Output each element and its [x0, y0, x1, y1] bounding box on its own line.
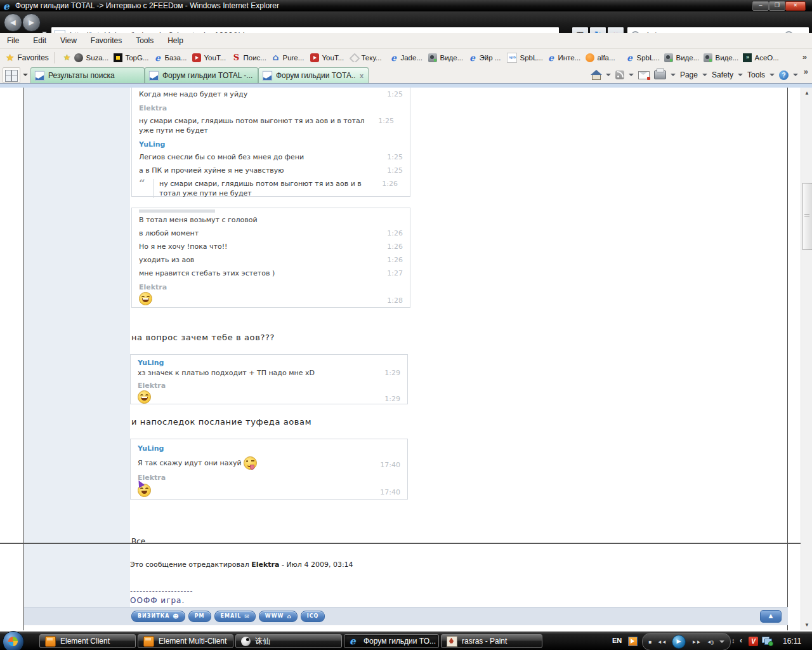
quick-tabs-button[interactable]: [3, 67, 20, 83]
message-text: уходить из аов: [139, 255, 380, 265]
help-dropdown-icon[interactable]: [793, 74, 798, 76]
tab-forum-total-active[interactable]: Форум гильдии ТОТА... x: [258, 67, 369, 83]
menu-help[interactable]: Help: [160, 36, 190, 45]
favorite-item[interactable]: eИнте...: [546, 53, 586, 62]
favorites-star-icon[interactable]: ★: [6, 52, 14, 63]
print-icon[interactable]: [654, 70, 666, 79]
menu-favorites[interactable]: Favorites: [84, 36, 129, 45]
taskbar-button-ie-forum[interactable]: e Форум гильдии ТО...: [344, 634, 439, 648]
favorite-item[interactable]: SПоис...: [232, 53, 271, 62]
forward-button[interactable]: ►: [22, 13, 41, 32]
card-button[interactable]: ВИЗИТКА☻: [131, 611, 185, 622]
favorite-item[interactable]: Виде...: [664, 53, 704, 62]
favorite-item[interactable]: »AceO...: [743, 53, 782, 62]
maximize-button[interactable]: ❐: [769, 1, 785, 11]
message-time: 1:26: [380, 242, 403, 251]
topg-icon: [114, 53, 122, 62]
vertical-scrollbar[interactable]: ▲ ▼: [801, 88, 812, 630]
menu-view[interactable]: View: [53, 36, 84, 45]
message-text: Легиов снесли бы со мной без мнея до фен…: [139, 152, 380, 162]
favorite-item[interactable]: alfa...: [586, 53, 625, 62]
scroll-down-icon[interactable]: ▼: [801, 620, 812, 630]
favorite-item[interactable]: eБаза...: [153, 53, 192, 62]
close-button[interactable]: ×: [785, 1, 806, 11]
favorite-item[interactable]: YouT...: [192, 53, 232, 62]
media-previous-button[interactable]: ◄◄: [657, 639, 666, 645]
safety-menu[interactable]: Safety: [712, 70, 733, 79]
volume-dropdown-icon[interactable]: [719, 640, 724, 643]
home-dropdown-icon[interactable]: [606, 74, 611, 76]
pm-button[interactable]: PM: [188, 611, 211, 622]
network-tray-icon[interactable]: [762, 637, 772, 645]
favorite-item[interactable]: Теку...: [350, 53, 389, 62]
taskbar-button-zhuxian[interactable]: 诛仙: [235, 634, 342, 648]
favorite-item[interactable]: TopG...: [114, 53, 153, 62]
message-time: 1:29: [377, 368, 400, 378]
help-icon[interactable]: ?: [779, 70, 789, 80]
home-icon[interactable]: [591, 70, 601, 79]
favorite-item[interactable]: spbSpbL...: [507, 53, 546, 63]
start-button[interactable]: [3, 631, 24, 650]
close-tab-icon[interactable]: x: [355, 72, 368, 79]
media-next-button[interactable]: ►►: [692, 639, 701, 645]
tab-list-dropdown-icon[interactable]: [23, 74, 28, 76]
icq-button[interactable]: ICQ: [301, 611, 325, 622]
menu-edit[interactable]: Edit: [26, 36, 53, 45]
party-smiley-icon: [138, 484, 151, 497]
ie-favicon: e: [468, 53, 476, 62]
message-time: 17:40: [377, 488, 400, 497]
favorite-item[interactable]: Виде...: [428, 53, 468, 62]
tray-collapse-icon[interactable]: ‹: [740, 636, 742, 645]
tab-favicon: [35, 70, 44, 80]
taskbar-button-element-client[interactable]: Element Client: [39, 634, 136, 648]
rss-feed-icon[interactable]: [615, 70, 624, 79]
minimize-button[interactable]: –: [752, 1, 769, 11]
command-overflow-chevron[interactable]: »: [804, 67, 808, 76]
back-button[interactable]: ◄: [4, 13, 22, 32]
antivirus-tray-icon[interactable]: V: [749, 637, 758, 646]
favorite-item[interactable]: Suza...: [74, 53, 114, 62]
ie-favicon: e: [625, 53, 634, 62]
favorites-label[interactable]: Favorites: [17, 53, 48, 62]
favorite-item[interactable]: Виде...: [704, 53, 743, 62]
media-stop-button[interactable]: ■: [648, 639, 651, 645]
favorite-item[interactable]: ⌂Pure...: [271, 53, 310, 62]
favorites-overflow-chevron[interactable]: »: [802, 52, 807, 62]
mail-icon[interactable]: [638, 71, 650, 79]
quoted-message: “ ну смари смари, глядишь потом выгонют …: [139, 179, 403, 198]
tools-dropdown-icon[interactable]: [769, 74, 775, 76]
language-indicator[interactable]: EN: [612, 637, 622, 644]
www-button[interactable]: WWW⌂: [259, 611, 298, 622]
media-player-tray-icon[interactable]: [628, 637, 638, 646]
menu-tools[interactable]: Tools: [129, 36, 160, 45]
taskbar-clock[interactable]: 16:11: [783, 637, 801, 646]
page-dropdown-icon[interactable]: [702, 74, 707, 76]
scroll-up-icon[interactable]: ▲: [801, 88, 812, 98]
laugh-smiley-icon: [139, 292, 152, 305]
taskbar-button-element-multi-client[interactable]: Element Multi-Client: [138, 634, 233, 648]
scroll-to-top-button[interactable]: ▲: [760, 610, 782, 623]
toolbar-expand-icon[interactable]: ↕: [731, 637, 735, 645]
favorite-item[interactable]: eSpbL...: [625, 53, 664, 62]
tools-menu[interactable]: Tools: [747, 70, 765, 79]
favorite-item[interactable]: eЭйр ...: [468, 53, 507, 62]
favorite-item[interactable]: YouT...: [310, 53, 350, 62]
author-name-yuling: YuLing: [138, 444, 400, 453]
media-play-button[interactable]: ▶: [672, 635, 686, 649]
partial-row-fragment: [139, 209, 215, 213]
taskbar-button-paint[interactable]: rasras - Paint: [441, 634, 542, 648]
page-menu[interactable]: Page: [680, 70, 698, 79]
tab-search-results[interactable]: Результаты поиска: [30, 67, 145, 83]
safety-dropdown-icon[interactable]: [738, 74, 743, 76]
table-border-right: [787, 88, 788, 630]
feed-dropdown-icon[interactable]: [629, 74, 634, 76]
favorite-item[interactable]: eJade...: [389, 53, 428, 62]
scrollbar-thumb[interactable]: [802, 183, 812, 250]
tab-forum-total[interactable]: Форум гильдии TOTAL -...: [145, 67, 258, 83]
media-volume-button[interactable]: ◄)): [707, 639, 713, 645]
add-favorite-icon[interactable]: ★: [63, 53, 71, 62]
email-button[interactable]: EMAIL✉: [214, 611, 256, 622]
print-dropdown-icon[interactable]: [671, 74, 676, 76]
author-name-elektra: Elektra: [139, 104, 403, 112]
menu-file[interactable]: File: [0, 36, 26, 45]
